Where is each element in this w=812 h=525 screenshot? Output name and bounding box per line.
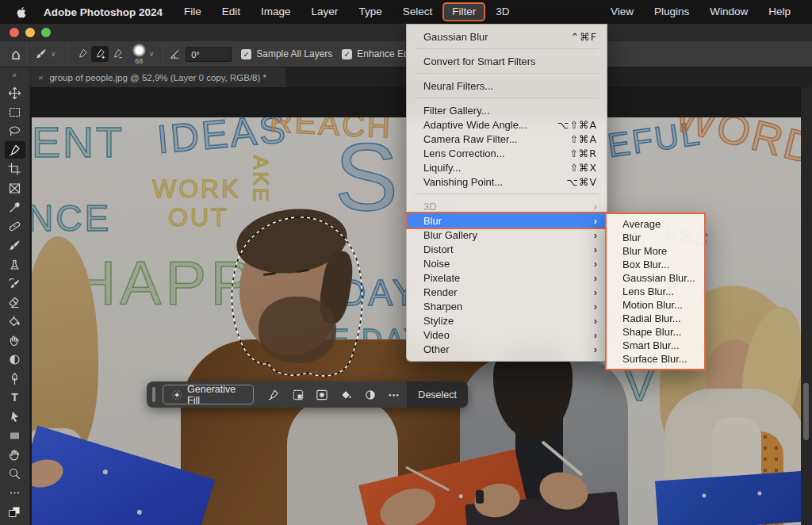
crop-tool[interactable] (5, 160, 25, 178)
menu-item-camera-raw-filter[interactable]: Camera Raw Filter...⇧⌘A (407, 132, 607, 146)
submenu-item-blur-more[interactable]: Blur More (607, 244, 704, 258)
menu-item-blur-gallery[interactable]: Blur Gallery› (407, 228, 607, 242)
submenu-item-average[interactable]: Average (607, 217, 704, 231)
menu-item-render[interactable]: Render› (407, 285, 607, 299)
menu-item-pixelate[interactable]: Pixelate› (407, 270, 607, 285)
subtract-selection-brush-mode[interactable] (109, 46, 126, 62)
menu-item-neural-filters[interactable]: Neural Filters... (407, 79, 607, 93)
paint-bucket-tool[interactable] (5, 312, 25, 330)
menu-item-vanishing-point[interactable]: Vanishing Point...⌥⌘V (407, 174, 607, 189)
menu-item-distort[interactable]: Distort› (407, 242, 607, 256)
brush-tip-icon (132, 44, 146, 57)
menu-item-video[interactable]: Video› (407, 328, 607, 342)
adjustment-icon[interactable] (358, 389, 383, 401)
hand-tool[interactable] (5, 446, 25, 463)
brush-tool[interactable] (5, 236, 25, 254)
menu-item-lens-correction[interactable]: Lens Correction...⇧⌘R (407, 146, 607, 160)
menu-item-3d: 3D› (407, 199, 607, 213)
enhance-edge-checkbox[interactable]: ✓ (342, 49, 352, 59)
move-tool[interactable] (5, 84, 25, 102)
menu-type[interactable]: Type (348, 3, 392, 21)
history-brush-tool[interactable] (5, 274, 25, 292)
clone-stamp-tool[interactable] (5, 255, 25, 273)
edit-toolbar-more-icon[interactable] (5, 484, 25, 501)
eraser-tool[interactable] (5, 293, 25, 311)
menu-help[interactable]: Help (758, 3, 801, 21)
pen-tool[interactable] (5, 370, 25, 387)
menu-item-convert-smart-filters[interactable]: Convert for Smart Filters (407, 54, 607, 68)
menu-item-repeat-gaussian-blur[interactable]: Gaussian Blur⌃⌘F (407, 29, 607, 44)
healing-brush-tool[interactable] (5, 217, 25, 235)
submenu-item-shape-blur[interactable]: Shape Blur... (607, 325, 704, 339)
rectangular-marquee-tool[interactable] (5, 103, 25, 121)
type-tool[interactable]: T (5, 389, 25, 406)
submenu-item-radial-blur[interactable]: Radial Blur... (607, 312, 704, 325)
selection-brush-tool-active[interactable] (5, 141, 25, 159)
create-mask-icon[interactable] (310, 389, 335, 401)
tab-close-icon[interactable]: × (38, 73, 43, 82)
menu-item-other[interactable]: Other› (407, 342, 607, 356)
close-window-button[interactable] (10, 28, 19, 37)
submenu-item-gaussian-blur[interactable]: Gaussian Blur... (607, 271, 704, 285)
chevron-down-icon[interactable]: ∨ (149, 50, 155, 58)
fill-selection-icon[interactable] (335, 389, 359, 401)
home-icon[interactable]: ⌂ (11, 45, 21, 63)
submenu-item-blur[interactable]: Blur (607, 231, 704, 244)
menu-image[interactable]: Image (251, 3, 301, 21)
menu-view[interactable]: View (600, 3, 644, 21)
rectangle-shape-tool[interactable] (5, 427, 25, 444)
submenu-item-motion-blur[interactable]: Motion Blur... (607, 298, 704, 312)
brush-angle-input[interactable]: 0° (186, 47, 232, 62)
minimize-window-button[interactable] (25, 28, 35, 37)
dodge-tool[interactable] (5, 351, 25, 368)
taskbar-more-icon[interactable]: ●●● (383, 393, 406, 397)
path-selection-tool[interactable] (5, 408, 25, 425)
collapse-panel-icon[interactable]: » (12, 71, 17, 79)
menu-item-noise[interactable]: Noise› (407, 256, 607, 270)
submenu-item-surface-blur[interactable]: Surface Blur... (607, 352, 704, 366)
apple-menu-icon[interactable] (16, 6, 28, 19)
tool-preset-picker[interactable]: ∨ (33, 46, 62, 62)
brush-size-preview[interactable]: 68 (132, 44, 146, 65)
eyedropper-tool[interactable] (5, 198, 25, 216)
menu-item-stylize[interactable]: Stylize› (407, 313, 607, 328)
generative-fill-label: Generative Fill (187, 384, 244, 406)
submenu-item-box-blur[interactable]: Box Blur... (607, 258, 704, 271)
menu-filter-active[interactable]: Filter (442, 2, 485, 21)
menu-window[interactable]: Window (699, 3, 758, 21)
menu-edit[interactable]: Edit (212, 3, 251, 21)
menu-3d[interactable]: 3D (485, 3, 519, 21)
menu-file[interactable]: File (174, 3, 212, 21)
photoshop-window: Adobe Photoshop 2024 File Edit Image Lay… (0, 0, 812, 525)
taskbar-drag-handle[interactable] (152, 387, 155, 402)
menu-item-liquify[interactable]: Liquify...⇧⌘X (407, 160, 607, 174)
deselect-button[interactable]: Deselect (407, 381, 468, 408)
menu-item-blur-highlighted[interactable]: Blur› (407, 213, 607, 228)
menu-plugins[interactable]: Plugins (644, 3, 699, 21)
new-selection-brush-mode[interactable] (74, 46, 91, 62)
submenu-arrow-icon: › (594, 272, 597, 284)
document-tab[interactable]: × group of people.jpg @ 52,9% (Layer 0 c… (30, 67, 285, 87)
submenu-item-smart-blur[interactable]: Smart Blur... (607, 339, 704, 352)
menu-item-adaptive-wide-angle[interactable]: Adaptive Wide Angle...⌥⇧⌘A (407, 117, 607, 132)
foreground-background-swatches[interactable] (5, 503, 25, 520)
submenu-item-lens-blur[interactable]: Lens Blur... (607, 285, 704, 298)
menu-select[interactable]: Select (393, 3, 443, 21)
invert-selection-icon[interactable] (285, 389, 310, 401)
menu-item-filter-gallery[interactable]: Filter Gallery... (407, 103, 607, 117)
add-selection-brush-mode[interactable] (91, 46, 109, 62)
smudge-tool[interactable] (5, 331, 25, 349)
menu-layer[interactable]: Layer (301, 3, 349, 21)
submenu-arrow-icon: › (594, 315, 597, 327)
zoom-window-button[interactable] (41, 28, 51, 37)
selection-brush-icon[interactable] (262, 389, 286, 401)
generative-fill-button[interactable]: Generative Fill (163, 385, 254, 404)
frame-tool[interactable] (5, 179, 25, 197)
menu-item-sharpen[interactable]: Sharpen› (407, 299, 607, 313)
canvas-right-gutter (801, 87, 812, 525)
lasso-tool[interactable] (5, 122, 25, 140)
menubar-right-group: View Plugins Window Help (600, 3, 801, 21)
zoom-tool[interactable] (5, 465, 25, 482)
sample-all-layers-checkbox[interactable]: ✓ (241, 49, 251, 59)
vertical-scrollbar[interactable] (803, 383, 809, 440)
